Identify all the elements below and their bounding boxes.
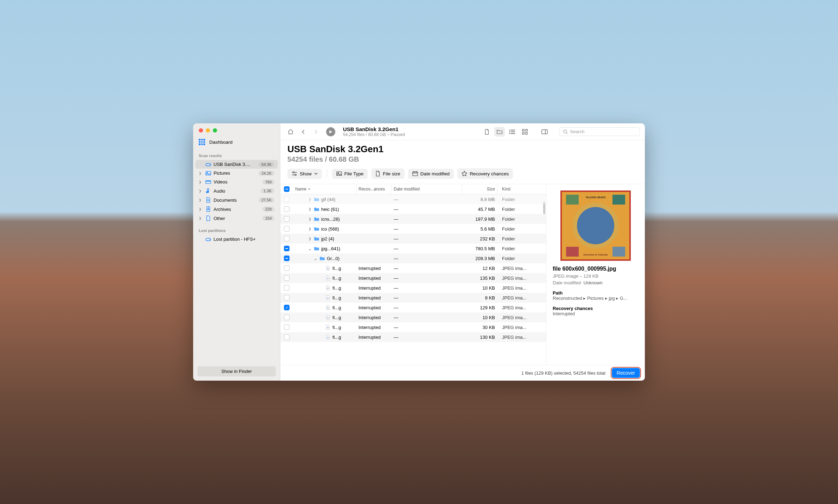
column-header-recovery[interactable]: Recov...ances xyxy=(356,187,392,192)
table-row[interactable]: fi...gInterrupted—8 KBJPEG ima... xyxy=(280,293,546,303)
row-checkbox[interactable] xyxy=(284,256,290,261)
row-checkbox[interactable] xyxy=(284,246,290,251)
page-heading: USB SanDisk 3.2Gen1 54254 files / 60.68 … xyxy=(280,140,645,168)
row-checkbox[interactable] xyxy=(284,196,290,202)
disk-icon xyxy=(205,237,211,241)
sidebar-item-usb-sandisk-[interactable]: USB SanDisk 3....54.3K xyxy=(195,160,278,169)
other-icon xyxy=(205,215,211,221)
svg-point-20 xyxy=(509,133,510,134)
table-row[interactable]: ❯ico (568)—5.6 MBFolder xyxy=(280,224,546,234)
column-header-size[interactable]: Size xyxy=(462,187,497,192)
expand-toggle[interactable]: ⌄ xyxy=(308,247,312,250)
table-row[interactable]: fi...gInterrupted—129 KBJPEG ima... xyxy=(280,303,546,312)
view-folder-icon[interactable] xyxy=(494,127,505,137)
expand-toggle[interactable]: ❯ xyxy=(308,198,312,201)
row-checkbox[interactable] xyxy=(284,236,290,241)
details-recovery-value: Interrupted xyxy=(553,311,639,316)
sidebar-item-label: Audio xyxy=(214,188,259,194)
svg-line-29 xyxy=(566,133,568,134)
table-row[interactable]: fi...gInterrupted—30 KBJPEG ima... xyxy=(280,322,546,332)
home-button[interactable] xyxy=(285,127,296,137)
sidebar-item-archives[interactable]: ❯Archives228 xyxy=(195,205,278,214)
table-row[interactable]: ⌄jpg...641)—780.5 MBFolder xyxy=(280,244,546,253)
column-header-kind[interactable]: Kind xyxy=(497,187,546,192)
select-all-checkbox[interactable] xyxy=(284,186,290,192)
row-recovery: Interrupted xyxy=(356,315,392,320)
expand-toggle[interactable]: ⌄ xyxy=(313,257,318,259)
app-window: Dashboard Scan results USB SanDisk 3....… xyxy=(193,123,645,381)
expand-toggle[interactable]: ❯ xyxy=(308,207,312,211)
image-icon xyxy=(205,171,211,176)
row-name: fi...g xyxy=(332,315,354,320)
sidebar-item-documents[interactable]: ❯Documents27.5K xyxy=(195,195,278,205)
table-row[interactable]: ❯heic (61)—45.7 MBFolder xyxy=(280,204,546,214)
row-name: ico (568) xyxy=(321,226,354,232)
column-header-date[interactable]: Date modified xyxy=(392,187,462,192)
expand-toggle[interactable]: ❯ xyxy=(308,237,312,240)
row-checkbox[interactable] xyxy=(284,315,290,320)
sidebar-item-lost-partition[interactable]: Lost partition - HFS+ xyxy=(195,235,278,244)
row-checkbox[interactable] xyxy=(284,295,290,301)
search-input[interactable]: Search xyxy=(559,127,640,136)
svg-rect-2 xyxy=(206,171,211,175)
sidebar-item-videos[interactable]: ❯Videos789 xyxy=(195,177,278,186)
table-row[interactable]: fi...gInterrupted—130 KBJPEG ima... xyxy=(280,332,546,342)
table-row[interactable]: fi...gInterrupted—10 KBJPEG ima... xyxy=(280,283,546,293)
table-row[interactable]: ❯jp2 (4)—232 KBFolder xyxy=(280,234,546,244)
table-row[interactable]: fi...gInterrupted—12 KBJPEG ima... xyxy=(280,263,546,273)
sidebar-item-other[interactable]: ❯Other154 xyxy=(195,214,278,223)
filter-bar: Show File Type File size Date modified R… xyxy=(280,168,645,184)
sidebar-item-label: USB SanDisk 3.... xyxy=(214,162,256,167)
view-list-icon[interactable] xyxy=(507,127,518,137)
table-row[interactable]: ❯gif (44)—8.8 MBFolder xyxy=(280,194,546,204)
row-checkbox[interactable] xyxy=(284,334,290,340)
file-type-filter-button[interactable]: File Type xyxy=(332,169,368,179)
toggle-sidebar-icon[interactable] xyxy=(539,127,550,137)
back-button[interactable] xyxy=(298,127,309,137)
table-row[interactable]: ❯icns...28)—197.9 MBFolder xyxy=(280,214,546,224)
svg-point-43 xyxy=(327,297,329,299)
table-body[interactable]: ❯gif (44)—8.8 MBFolder❯heic (61)—45.7 MB… xyxy=(280,194,546,365)
row-checkbox[interactable] xyxy=(284,285,290,291)
file-size-filter-button[interactable]: File size xyxy=(371,168,405,179)
table-row[interactable]: fi...gInterrupted—135 KBJPEG ima... xyxy=(280,273,546,283)
recovery-chances-filter-label: Recovery chances xyxy=(470,171,509,176)
row-checkbox[interactable] xyxy=(284,305,290,310)
folder-icon xyxy=(313,197,320,201)
row-checkbox[interactable] xyxy=(284,226,290,232)
table-header: Name Recov...ances Date modified Size Ki… xyxy=(280,184,546,194)
sidebar-item-pictures[interactable]: ❯Pictures24.2K xyxy=(195,169,278,177)
show-in-finder-button[interactable]: Show in Finder xyxy=(197,366,276,376)
view-grid-icon[interactable] xyxy=(520,127,530,137)
minimize-window-button[interactable] xyxy=(206,128,210,133)
row-checkbox[interactable] xyxy=(284,216,290,222)
expand-toggle[interactable]: ❯ xyxy=(308,217,312,221)
recovery-chances-filter-button[interactable]: Recovery chances xyxy=(457,168,513,179)
recover-button[interactable]: Recover xyxy=(612,368,640,378)
expand-toggle[interactable]: ❯ xyxy=(308,227,312,231)
table-row[interactable]: ⌄Gr...0)—209.3 MBFolder xyxy=(280,253,546,263)
row-checkbox[interactable] xyxy=(284,324,290,330)
row-checkbox[interactable] xyxy=(284,275,290,281)
row-kind: JPEG ima... xyxy=(497,295,546,301)
show-filter-button[interactable]: Show xyxy=(287,169,322,179)
column-header-name[interactable]: Name xyxy=(293,187,356,192)
table-row[interactable]: fi...gInterrupted—10 KBJPEG ima... xyxy=(280,312,546,322)
sidebar-item-label: Pictures xyxy=(214,170,256,176)
calendar-icon xyxy=(412,171,418,176)
row-checkbox[interactable] xyxy=(284,206,290,212)
sidebar-item-dashboard[interactable]: Dashboard xyxy=(193,136,280,148)
svg-point-41 xyxy=(327,278,329,279)
row-name: fi...g xyxy=(332,266,354,271)
close-window-button[interactable] xyxy=(199,128,203,133)
fullscreen-window-button[interactable] xyxy=(213,128,217,133)
row-checkbox[interactable] xyxy=(284,265,290,271)
row-date: — xyxy=(392,236,462,241)
sidebar-item-audio[interactable]: ❯Audio1.3K xyxy=(195,186,278,195)
date-modified-filter-button[interactable]: Date modified xyxy=(408,169,454,179)
view-file-icon[interactable] xyxy=(482,127,492,137)
forward-button[interactable] xyxy=(311,127,321,137)
resume-scan-button[interactable]: ▶ xyxy=(326,127,335,136)
window-controls xyxy=(193,123,280,136)
chevron-right-icon: ❯ xyxy=(199,172,203,175)
